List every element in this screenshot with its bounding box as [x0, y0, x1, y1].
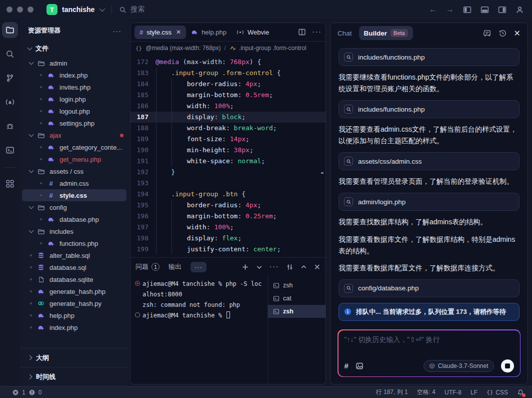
code-line-188[interactable]: 188 word-break: break-word;: [130, 123, 326, 134]
code-line-192[interactable]: 192 }: [130, 167, 326, 178]
workspace-name[interactable]: tanchishe: [62, 6, 94, 14]
activity-source-control-icon[interactable]: [2, 70, 18, 86]
tab-chat[interactable]: Chat: [338, 30, 352, 37]
terminal-list-item-zsh[interactable]: zsh: [268, 305, 326, 318]
close-tab-icon[interactable]: ✕: [176, 29, 181, 36]
tree-folder-config[interactable]: config: [22, 201, 126, 213]
tree-file-index-php[interactable]: index.php: [22, 321, 126, 333]
code-line-193[interactable]: 193: [130, 178, 326, 189]
tree-file-settings-php[interactable]: settings.php: [22, 117, 126, 129]
tab-webview[interactable]: Webvie: [232, 26, 274, 39]
code-line-187[interactable]: 187 display: block;: [130, 112, 326, 123]
code-line-172[interactable]: 172@media (max-width: 768px) {: [130, 57, 326, 68]
zoom-window-button[interactable]: [28, 7, 34, 13]
breadcrumb-selector[interactable]: .input-group .form-control: [239, 45, 306, 52]
tree-file-get-category-conte-[interactable]: get_category_conte...: [22, 141, 126, 153]
file-reference-chip[interactable]: includes/functions.php: [338, 100, 520, 118]
activity-debug-icon[interactable]: [2, 118, 18, 134]
file-reference-chip[interactable]: includes/functions.php: [338, 48, 520, 66]
tree-file-generate-hash-php[interactable]: generate_hash.php: [22, 285, 126, 297]
terminal-list-item-zsh[interactable]: zsh: [268, 279, 326, 292]
panel-more-icon[interactable]: ···: [270, 262, 279, 271]
tree-file-help-php[interactable]: help.php: [22, 309, 126, 321]
indentation[interactable]: 空格: 4: [417, 388, 436, 396]
code-line-186[interactable]: 186 width: 100%;: [130, 101, 326, 112]
code-line-194[interactable]: 194 .input-group .btn {: [130, 189, 326, 200]
tree-folder-admin[interactable]: admin: [22, 57, 126, 69]
new-chat-icon[interactable]: [483, 29, 492, 38]
explorer-more-icon[interactable]: ···: [112, 27, 122, 35]
file-reference-chip[interactable]: config/database.php: [338, 279, 520, 297]
tree-file-invites-php[interactable]: invites.php: [22, 81, 126, 93]
chevron-down-icon[interactable]: [100, 6, 105, 12]
tree-file-style-css[interactable]: #style.css: [22, 189, 126, 201]
code-line-198[interactable]: 198 display: flex;: [130, 233, 326, 244]
panel-overflow-button[interactable]: ···: [190, 262, 206, 272]
encoding[interactable]: UTF-8: [444, 389, 462, 396]
traffic-lights[interactable]: [6, 7, 38, 13]
code-line-196[interactable]: 196 margin-bottom: 0.25rem;: [130, 211, 326, 222]
files-section-header[interactable]: 文件: [20, 40, 128, 57]
code-editor[interactable]: 172@media (max-width: 768px) {183 .input…: [130, 55, 326, 257]
tree-file-index-php[interactable]: index.php: [22, 69, 126, 81]
tree-file-generate-hash-py[interactable]: generate_hash.py: [22, 297, 126, 309]
code-line-183[interactable]: 183 .input-group .form-control {: [130, 68, 326, 79]
split-editor-icon[interactable]: [298, 28, 306, 36]
tab-builder[interactable]: Builder Beta: [359, 26, 413, 40]
tree-file-database-sql[interactable]: database.sql: [22, 261, 126, 273]
code-line-197[interactable]: 197 width: 100%;: [130, 222, 326, 233]
activity-terminal-icon[interactable]: [2, 142, 18, 158]
close-chat-icon[interactable]: ✕: [514, 29, 520, 38]
eol-sequence[interactable]: LF: [470, 389, 478, 396]
tree-file-functions-php[interactable]: functions.php: [22, 237, 126, 249]
maximize-panel-icon[interactable]: [300, 264, 307, 270]
code-line-185[interactable]: 185 margin-bottom: 0.5rem;: [130, 90, 326, 101]
code-line-184[interactable]: 184 border-radius: 4px;: [130, 79, 326, 90]
attach-image-icon[interactable]: [356, 362, 364, 370]
file-reference-chip[interactable]: assets/css/admin.css: [338, 152, 520, 170]
tree-folder-assets-css[interactable]: assets / css: [22, 165, 126, 177]
new-terminal-icon[interactable]: [242, 263, 249, 271]
tab-help-php[interactable]: help.php: [186, 26, 232, 39]
file-reference-chip[interactable]: admin/login.php: [338, 193, 520, 211]
activity-preview-icon[interactable]: [2, 94, 18, 110]
terminal-dropdown-icon[interactable]: [256, 264, 262, 270]
breadcrumb[interactable]: {} @media (max-width: 768px) / .input-gr…: [130, 42, 326, 55]
tree-file-alter-table-sql[interactable]: alter_table.sql: [22, 249, 126, 261]
code-line-191[interactable]: 191 white-space: normal;: [130, 156, 326, 167]
tree-file-get-menu-php[interactable]: get_menu.php: [22, 153, 126, 165]
code-line-195[interactable]: 195 border-radius: 4px;: [130, 200, 326, 211]
breadcrumb-media[interactable]: @media (max-width: 768px): [146, 45, 220, 52]
editor-scrollbar[interactable]: [320, 55, 324, 257]
notifications-bell[interactable]: [517, 389, 524, 396]
tree-folder-includes[interactable]: includes: [22, 225, 126, 237]
timeline-section-header[interactable]: 时间线: [20, 367, 128, 386]
nav-forward-icon[interactable]: →: [446, 5, 454, 14]
context-hash-icon[interactable]: #: [344, 361, 348, 370]
nav-back-icon[interactable]: ←: [429, 5, 437, 14]
toggle-left-sidebar-icon[interactable]: [463, 6, 472, 14]
model-selector[interactable]: Claude-3.7-Sonnet: [424, 360, 494, 372]
close-window-button[interactable]: [6, 7, 12, 13]
terminal-list-item-cat[interactable]: cat: [268, 292, 326, 305]
launch-profile-icon[interactable]: [286, 263, 294, 271]
tree-file-admin-css[interactable]: #admin.css: [22, 177, 126, 189]
tree-file-login-php[interactable]: login.php: [22, 93, 126, 105]
account-icon[interactable]: [516, 6, 524, 14]
tree-file-database-sqlite[interactable]: database.sqlite: [22, 273, 126, 285]
history-icon[interactable]: [498, 29, 507, 38]
activity-extensions-icon[interactable]: [2, 176, 18, 192]
code-line-189[interactable]: 189 font-size: 14px;: [130, 134, 326, 145]
outline-section-header[interactable]: 大纲: [20, 348, 128, 367]
language-mode[interactable]: {} CSS: [486, 389, 508, 396]
stop-generation-button[interactable]: [501, 359, 514, 372]
close-panel-icon[interactable]: ✕: [314, 262, 320, 272]
activity-explorer-icon[interactable]: [2, 22, 18, 38]
tab-output[interactable]: 输出: [168, 262, 182, 271]
toggle-right-sidebar-icon[interactable]: [498, 6, 506, 14]
cursor-position[interactable]: 行 187, 列 1: [376, 388, 408, 396]
minimize-window-button[interactable]: [17, 7, 23, 13]
tree-folder-ajax[interactable]: ajax: [22, 129, 126, 141]
terminal-output[interactable]: ajiemac@M4 tanchishe % php -S localhost:…: [130, 276, 268, 384]
code-line-190[interactable]: 190 min-height: 38px;: [130, 145, 326, 156]
